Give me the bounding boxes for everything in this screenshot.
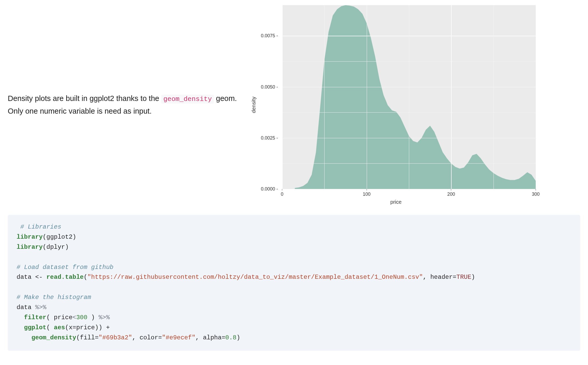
code-line — [17, 282, 571, 293]
code-line: data %>% — [17, 303, 571, 313]
code-line: # Libraries — [17, 222, 571, 232]
chart-x-tick: 300 — [532, 192, 540, 197]
chart-y-tick: 0.0075 - — [261, 33, 278, 39]
code-line: # Load dataset from github — [17, 262, 571, 273]
chart-x-tick: 0 — [281, 192, 283, 197]
chart-plot-area — [282, 5, 536, 189]
code-line: ggplot( aes(x=price)) + — [17, 323, 571, 333]
chart-x-tick: 100 — [363, 192, 371, 197]
chart-x-tick: 200 — [447, 192, 455, 197]
code-line: library(dplyr) — [17, 242, 571, 252]
chart-column: density 0.0000 -0.0025 -0.0050 -0.0075 -… — [256, 5, 580, 205]
description-before: Density plots are built in ggplot2 thank… — [8, 94, 161, 103]
code-line: data <- read.table("https://raw.githubus… — [17, 272, 571, 282]
code-line: # Make the histogram — [17, 293, 571, 303]
chart-y-label: density — [251, 97, 257, 113]
code-line: geom_density(fill="#69b3a2", color="#e9e… — [17, 333, 571, 343]
code-line: filter( price<300 ) %>% — [17, 313, 571, 323]
chart-frame: density 0.0000 -0.0025 -0.0050 -0.0075 -… — [256, 5, 536, 205]
chart-y-tick: 0.0000 - — [261, 186, 278, 192]
code-line: library(ggplot2) — [17, 232, 571, 242]
chart-x-label: price — [390, 199, 401, 205]
chart-y-tick: 0.0050 - — [261, 84, 278, 90]
top-row: Density plots are built in ggplot2 thank… — [0, 0, 588, 205]
code-block: # Librarieslibrary(ggplot2)library(dplyr… — [8, 215, 580, 351]
inline-code: geom_density — [161, 95, 214, 104]
chart-y-tick: 0.0025 - — [261, 135, 278, 141]
description-text: Density plots are built in ggplot2 thank… — [8, 92, 246, 118]
chart-x-ticks: 0100200300 — [282, 191, 536, 197]
chart-y-ticks: 0.0000 -0.0025 -0.0050 -0.0075 - — [256, 5, 280, 205]
code-line — [17, 252, 571, 262]
page: Density plots are built in ggplot2 thank… — [0, 0, 588, 365]
